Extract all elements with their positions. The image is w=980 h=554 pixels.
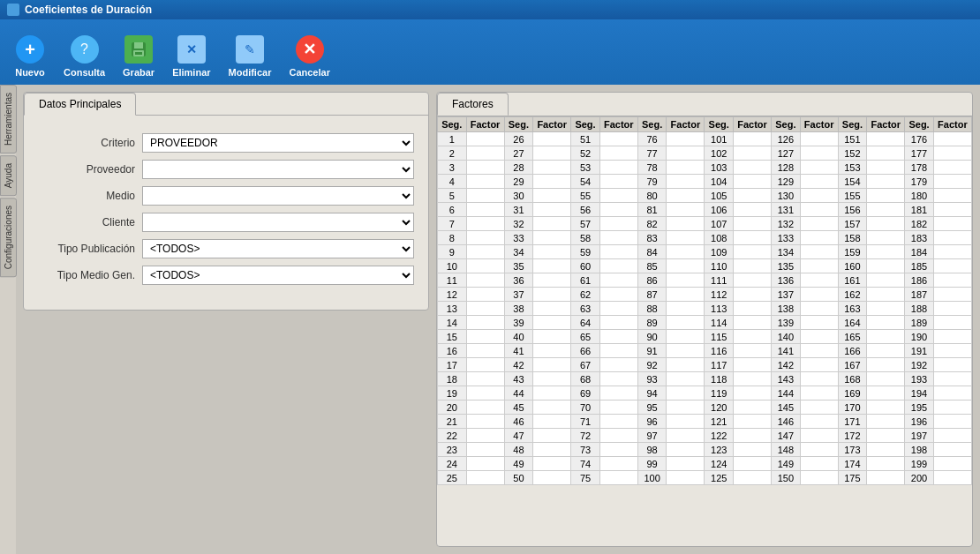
factor-cell[interactable]	[667, 330, 705, 344]
factor-cell[interactable]	[867, 189, 905, 203]
tab-datos-principales[interactable]: Datos Principales	[24, 93, 136, 116]
factor-cell[interactable]	[599, 330, 637, 344]
factor-cell[interactable]	[933, 443, 971, 457]
factor-cell[interactable]	[867, 245, 905, 259]
factor-cell[interactable]	[867, 358, 905, 372]
factor-cell[interactable]	[867, 259, 905, 273]
factor-cell[interactable]	[734, 146, 772, 161]
factor-cell[interactable]	[734, 386, 772, 401]
cancelar-button[interactable]: ✕ Cancelar	[282, 30, 336, 81]
factor-cell[interactable]	[667, 245, 705, 259]
factor-cell[interactable]	[533, 217, 571, 231]
factor-cell[interactable]	[466, 189, 504, 203]
factor-cell[interactable]	[667, 372, 705, 386]
factor-cell[interactable]	[933, 245, 971, 259]
factor-cell[interactable]	[533, 330, 571, 344]
factor-cell[interactable]	[667, 386, 705, 401]
factor-cell[interactable]	[867, 161, 905, 175]
factor-cell[interactable]	[667, 231, 705, 245]
factor-cell[interactable]	[800, 358, 838, 372]
factor-cell[interactable]	[667, 217, 705, 231]
factor-cell[interactable]	[533, 132, 571, 146]
factor-cell[interactable]	[533, 344, 571, 358]
factor-cell[interactable]	[599, 443, 637, 457]
factor-cell[interactable]	[667, 443, 705, 457]
factor-cell[interactable]	[734, 161, 772, 175]
factor-cell[interactable]	[933, 401, 971, 415]
factor-cell[interactable]	[667, 471, 705, 485]
factor-cell[interactable]	[466, 146, 504, 161]
factor-cell[interactable]	[667, 132, 705, 146]
factor-cell[interactable]	[667, 273, 705, 288]
factor-cell[interactable]	[867, 203, 905, 217]
factor-cell[interactable]	[533, 401, 571, 415]
factor-cell[interactable]	[734, 217, 772, 231]
factor-cell[interactable]	[867, 344, 905, 358]
factor-cell[interactable]	[933, 457, 971, 471]
factor-cell[interactable]	[800, 344, 838, 358]
factor-cell[interactable]	[667, 161, 705, 175]
modificar-button[interactable]: ✎ Modificar	[222, 30, 279, 81]
factor-cell[interactable]	[466, 457, 504, 471]
factor-cell[interactable]	[599, 316, 637, 330]
proveedor-select[interactable]	[142, 160, 414, 179]
factor-cell[interactable]	[667, 302, 705, 316]
factor-cell[interactable]	[933, 231, 971, 245]
factor-cell[interactable]	[800, 161, 838, 175]
factor-cell[interactable]	[800, 132, 838, 146]
factor-cell[interactable]	[599, 471, 637, 485]
factor-cell[interactable]	[667, 344, 705, 358]
factor-cell[interactable]	[599, 259, 637, 273]
factor-cell[interactable]	[800, 189, 838, 203]
factor-cell[interactable]	[933, 316, 971, 330]
factor-cell[interactable]	[800, 316, 838, 330]
factor-cell[interactable]	[599, 273, 637, 288]
factor-cell[interactable]	[466, 217, 504, 231]
factor-cell[interactable]	[667, 288, 705, 302]
factor-cell[interactable]	[667, 457, 705, 471]
factor-cell[interactable]	[599, 161, 637, 175]
factor-cell[interactable]	[599, 217, 637, 231]
factor-cell[interactable]	[599, 457, 637, 471]
factor-cell[interactable]	[667, 146, 705, 161]
factor-cell[interactable]	[599, 401, 637, 415]
factor-cell[interactable]	[933, 132, 971, 146]
factor-cell[interactable]	[533, 471, 571, 485]
data-table-wrapper[interactable]: Seg. Factor Seg. Factor Seg. Factor Seg.…	[437, 116, 972, 546]
factor-cell[interactable]	[933, 386, 971, 401]
factor-cell[interactable]	[466, 161, 504, 175]
factor-cell[interactable]	[599, 358, 637, 372]
factor-cell[interactable]	[599, 146, 637, 161]
factor-cell[interactable]	[800, 231, 838, 245]
factor-cell[interactable]	[800, 471, 838, 485]
factor-cell[interactable]	[800, 415, 838, 429]
factor-cell[interactable]	[466, 386, 504, 401]
factor-cell[interactable]	[734, 358, 772, 372]
factor-cell[interactable]	[533, 189, 571, 203]
factor-cell[interactable]	[533, 288, 571, 302]
factor-cell[interactable]	[734, 288, 772, 302]
factor-cell[interactable]	[734, 302, 772, 316]
factor-cell[interactable]	[800, 401, 838, 415]
factor-cell[interactable]	[533, 415, 571, 429]
factor-cell[interactable]	[800, 457, 838, 471]
factor-cell[interactable]	[466, 344, 504, 358]
factor-cell[interactable]	[933, 358, 971, 372]
factor-cell[interactable]	[533, 245, 571, 259]
factor-cell[interactable]	[599, 386, 637, 401]
factor-cell[interactable]	[466, 231, 504, 245]
side-tab-ayuda[interactable]: Ayuda	[0, 155, 17, 196]
factor-cell[interactable]	[933, 344, 971, 358]
factor-cell[interactable]	[466, 175, 504, 189]
factor-cell[interactable]	[800, 330, 838, 344]
factor-cell[interactable]	[800, 217, 838, 231]
factor-cell[interactable]	[599, 302, 637, 316]
factor-cell[interactable]	[599, 415, 637, 429]
factor-cell[interactable]	[933, 330, 971, 344]
factor-cell[interactable]	[800, 302, 838, 316]
factor-cell[interactable]	[867, 443, 905, 457]
factor-cell[interactable]	[867, 330, 905, 344]
factor-cell[interactable]	[466, 288, 504, 302]
factor-cell[interactable]	[800, 175, 838, 189]
factor-cell[interactable]	[599, 132, 637, 146]
